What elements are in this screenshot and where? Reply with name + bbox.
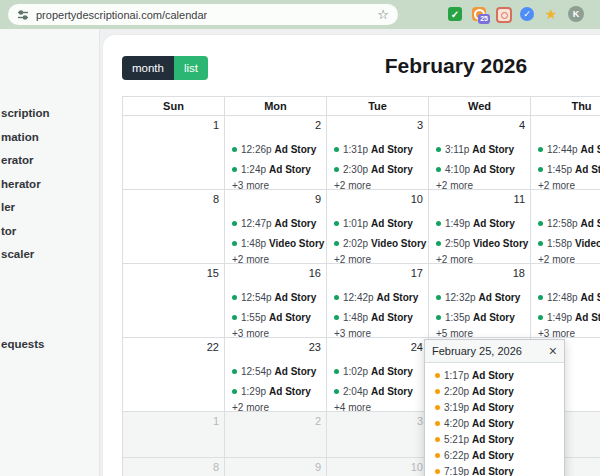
calendar-event[interactable]: 6:22pAd Story (425, 447, 564, 463)
url-bar[interactable]: propertydescriptionai.com/calendar ☆ (8, 4, 398, 25)
day-cell[interactable]: 8 (123, 190, 225, 264)
more-events-link[interactable]: +3 more (531, 328, 600, 338)
event-time: 12:47p (241, 218, 272, 229)
day-cell[interactable]: 9 (225, 458, 327, 476)
event-title: Ad Story (479, 292, 521, 303)
calendar-event[interactable]: 2:04pAd Story (327, 381, 428, 401)
day-cell[interactable]: 512:44pAd Story1:45pAd Story+2 more (531, 116, 600, 190)
calendar-event[interactable]: 12:54pAd Story (225, 287, 326, 307)
sidebar-item[interactable]: scaler (0, 243, 99, 267)
event-time: 1:45p (547, 164, 572, 175)
sidebar-item[interactable]: scription (0, 102, 99, 126)
day-cell[interactable]: 912:47pAd Story1:48pVideo Story+2 more (225, 190, 327, 264)
more-events-link[interactable]: +3 more (225, 180, 326, 190)
more-events-link[interactable]: +2 more (531, 254, 600, 264)
more-events-link[interactable]: +5 more (429, 328, 530, 338)
calendar-event[interactable]: 1:45pAd Story (531, 159, 600, 179)
event-time: 1:55p (241, 312, 266, 323)
day-cell[interactable]: 43:11pAd Story4:10pAd Story+2 more (429, 116, 531, 190)
checkmark-extension-icon[interactable]: ✓ (448, 7, 462, 21)
day-cell[interactable]: 22 (123, 338, 225, 412)
more-events-link[interactable]: +3 more (225, 328, 326, 338)
day-cell[interactable]: 212:26pAd Story1:24pAd Story+3 more (225, 116, 327, 190)
list-view-button[interactable]: list (174, 56, 208, 80)
calendar-event[interactable]: 12:32pAd Story (429, 287, 530, 307)
calendar-event[interactable]: 1:49pAd Story (429, 213, 530, 233)
calendar-event[interactable]: 1:49pAd Story (531, 307, 600, 327)
calendar-event[interactable]: 3:19pAd Story (425, 399, 564, 415)
day-cell[interactable]: 1712:42pAd Story1:48pAd Story+3 more (327, 264, 429, 338)
day-number: 2 (315, 415, 321, 427)
more-events-link[interactable]: +2 more (327, 180, 428, 190)
calendar-event[interactable]: 4:20pAd Story (425, 415, 564, 431)
day-cell[interactable]: 241:02pAd Story2:04pAd Story+4 more (327, 338, 429, 412)
day-cell[interactable]: 2 (225, 412, 327, 458)
calendar-event[interactable]: 3:11pAd Story (429, 139, 530, 159)
calendar-event[interactable]: 1:48pVideo Story (225, 233, 326, 253)
day-cell[interactable]: 1812:32pAd Story1:35pAd Story+5 more (429, 264, 531, 338)
more-events-link[interactable]: +2 more (429, 254, 530, 264)
calendar-event[interactable]: 1:31pAd Story (327, 139, 428, 159)
sidebar-item[interactable]: equests (0, 333, 99, 357)
day-cell[interactable]: 111:49pAd Story2:50pVideo Story+2 more (429, 190, 531, 264)
calendar-event[interactable]: 1:58pVideo Story (531, 233, 600, 253)
month-view-button[interactable]: month (122, 56, 174, 80)
calendar-event[interactable]: 1:48pAd Story (327, 307, 428, 327)
day-cell[interactable]: 1 (123, 412, 225, 458)
calendar-event[interactable]: 12:47pAd Story (225, 213, 326, 233)
more-events-link[interactable]: +2 more (225, 402, 326, 412)
calendar-event[interactable]: 12:26pAd Story (225, 139, 326, 159)
calendar-event[interactable]: 5:21pAd Story (425, 431, 564, 447)
profile-avatar[interactable]: K (568, 6, 584, 22)
day-cell[interactable]: 101:01pAd Story2:02pVideo Story+2 more (327, 190, 429, 264)
calendar-event[interactable]: 2:30pAd Story (327, 159, 428, 179)
more-events-link[interactable]: +4 more (327, 402, 428, 412)
calendar-event[interactable]: 2:50pVideo Story (429, 233, 530, 253)
day-cell[interactable]: 1212:58pAd Story1:58pVideo Story+2 more (531, 190, 600, 264)
blue-check-extension-icon[interactable]: ✓ (520, 7, 534, 21)
calendar-event[interactable]: 12:44pAd Story (531, 139, 600, 159)
sidebar-item[interactable]: herator (0, 173, 99, 197)
sidebar-item[interactable]: tor (0, 220, 99, 244)
calendar-event[interactable]: 1:02pAd Story (327, 361, 428, 381)
more-events-link[interactable]: +2 more (531, 180, 600, 190)
sidebar-item[interactable]: mation (0, 126, 99, 150)
day-cell[interactable]: 2312:54pAd Story1:29pAd Story+2 more (225, 338, 327, 412)
day-cell[interactable]: 1 (123, 116, 225, 190)
more-events-link[interactable]: +2 more (225, 254, 326, 264)
calendar-event[interactable]: 7:19pAd Story (425, 463, 564, 476)
event-title: Ad Story (575, 164, 600, 175)
calendar-event[interactable]: 1:17pAd Story (425, 367, 564, 383)
calendar-event[interactable]: 1:55pAd Story (225, 307, 326, 327)
event-dot-icon (435, 453, 440, 458)
more-events-link[interactable]: +2 more (327, 254, 428, 264)
calendar-event[interactable]: 12:58pAd Story (531, 213, 600, 233)
day-cell[interactable]: 1912:48pAd Story1:49pAd Story+3 more (531, 264, 600, 338)
instagram-extension-icon[interactable] (496, 7, 510, 21)
star-extension-icon[interactable]: ★ (544, 7, 558, 21)
bookmark-star-icon[interactable]: ☆ (377, 8, 389, 21)
calendar-extension-icon[interactable]: 25 (472, 7, 486, 21)
calendar-event[interactable]: 1:29pAd Story (225, 381, 326, 401)
day-cell[interactable]: 15 (123, 264, 225, 338)
calendar-event[interactable]: 1:35pAd Story (429, 307, 530, 327)
calendar-event[interactable]: 12:42pAd Story (327, 287, 428, 307)
calendar-event[interactable]: 12:54pAd Story (225, 361, 326, 381)
close-icon[interactable]: × (549, 344, 557, 358)
sidebar-item[interactable]: ler (0, 196, 99, 220)
sidebar-item[interactable]: erator (0, 149, 99, 173)
calendar-event[interactable]: 2:02pVideo Story (327, 233, 428, 253)
day-cell[interactable]: 3 (327, 412, 429, 458)
day-cell[interactable]: 8 (123, 458, 225, 476)
calendar-event[interactable]: 2:20pAd Story (425, 383, 564, 399)
day-cell[interactable]: 10 (327, 458, 429, 476)
more-events-link[interactable]: +2 more (429, 180, 530, 190)
calendar-event[interactable]: 12:48pAd Story (531, 287, 600, 307)
more-events-link[interactable]: +3 more (327, 328, 428, 338)
day-cell[interactable]: 31:31pAd Story2:30pAd Story+2 more (327, 116, 429, 190)
day-cell[interactable]: 1612:54pAd Story1:55pAd Story+3 more (225, 264, 327, 338)
calendar-event[interactable]: 1:01pAd Story (327, 213, 428, 233)
calendar-event[interactable]: 4:10pAd Story (429, 159, 530, 179)
calendar-event[interactable]: 1:24pAd Story (225, 159, 326, 179)
weekday-header: SunMonTueWedThu (123, 97, 600, 116)
